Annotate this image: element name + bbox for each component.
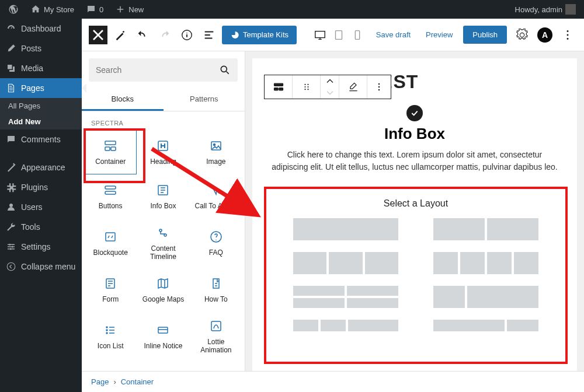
svg-point-17 bbox=[213, 144, 215, 146]
close-inserter-button[interactable] bbox=[89, 26, 107, 44]
sidebar-appearance[interactable]: Appearance bbox=[0, 158, 82, 177]
editor-canvas[interactable]: SPECTRA TEST Info Box Click here to chan… bbox=[252, 58, 577, 371]
redo-icon[interactable] bbox=[155, 26, 174, 44]
block-buttons[interactable]: Buttons bbox=[84, 174, 137, 219]
svg-rect-5 bbox=[315, 31, 325, 37]
svg-point-35 bbox=[307, 84, 308, 85]
sidebar-all-pages[interactable]: All Pages bbox=[0, 98, 82, 114]
sidebar-settings[interactable]: Settings bbox=[0, 237, 82, 257]
svg-rect-12 bbox=[105, 141, 116, 145]
svg-point-27 bbox=[106, 330, 107, 331]
svg-point-36 bbox=[304, 86, 305, 88]
svg-rect-21 bbox=[106, 233, 115, 241]
layout-option-2-1[interactable] bbox=[433, 320, 538, 331]
svg-rect-32 bbox=[274, 88, 278, 90]
site-name[interactable]: My Store bbox=[27, 4, 78, 15]
sidebar-comments[interactable]: Comments bbox=[0, 130, 82, 149]
search-input[interactable] bbox=[89, 58, 238, 82]
layout-selector: Select a Layout bbox=[264, 187, 568, 364]
sidebar-plugins[interactable]: Plugins bbox=[0, 177, 82, 197]
layout-option-1-2[interactable] bbox=[433, 286, 538, 308]
publish-button[interactable]: Publish bbox=[463, 26, 507, 44]
tab-blocks[interactable]: Blocks bbox=[82, 89, 164, 111]
block-image[interactable]: Image bbox=[190, 130, 242, 174]
block-info-box[interactable]: Info Box bbox=[137, 174, 189, 219]
layout-option-1-1-2[interactable] bbox=[293, 320, 398, 331]
new-content[interactable]: New bbox=[112, 4, 147, 15]
crumb-container[interactable]: Container bbox=[121, 377, 154, 386]
desktop-icon[interactable] bbox=[312, 26, 328, 44]
layout-option-2x2[interactable] bbox=[293, 286, 398, 308]
wp-logo[interactable] bbox=[5, 4, 22, 15]
more-icon[interactable] bbox=[558, 26, 577, 44]
info-box-block[interactable]: Info Box Click here to change this text.… bbox=[252, 105, 577, 173]
block-lottie[interactable]: Lottie Animation bbox=[190, 312, 242, 361]
block-toolbar bbox=[264, 75, 391, 99]
move-arrows[interactable] bbox=[321, 75, 339, 99]
layout-option-3col[interactable] bbox=[293, 252, 398, 274]
sidebar-collapse[interactable]: Collapse menu bbox=[0, 257, 82, 276]
outline-icon[interactable] bbox=[200, 26, 218, 44]
info-box-text[interactable]: Click here to change this text. Lorem ip… bbox=[270, 149, 559, 173]
drag-handle-icon[interactable] bbox=[293, 75, 321, 99]
sidebar-media[interactable]: Media bbox=[0, 58, 82, 78]
svg-point-26 bbox=[106, 327, 107, 328]
svg-point-40 bbox=[378, 83, 380, 85]
copy-style-icon[interactable] bbox=[339, 75, 367, 99]
sidebar-users[interactable]: Users bbox=[0, 197, 82, 217]
block-how-to[interactable]: How To bbox=[190, 268, 242, 312]
svg-rect-18 bbox=[105, 186, 116, 189]
svg-point-11 bbox=[221, 66, 227, 72]
layout-option-1col[interactable] bbox=[293, 218, 398, 240]
block-inline-notice[interactable]: Inline Notice bbox=[137, 312, 189, 361]
info-icon[interactable] bbox=[178, 26, 196, 44]
block-faq[interactable]: FAQ bbox=[190, 219, 242, 268]
preview-button[interactable]: Preview bbox=[421, 27, 457, 43]
block-icon-list[interactable]: Icon List bbox=[84, 312, 137, 361]
tablet-icon[interactable] bbox=[331, 26, 347, 44]
undo-icon[interactable] bbox=[133, 26, 152, 44]
astra-logo[interactable]: A bbox=[537, 27, 552, 43]
svg-point-0 bbox=[9, 244, 11, 246]
svg-rect-29 bbox=[158, 327, 168, 333]
tab-patterns[interactable]: Patterns bbox=[164, 89, 245, 111]
svg-point-38 bbox=[304, 89, 305, 90]
block-google-maps[interactable]: Google Maps bbox=[137, 268, 189, 312]
settings-icon[interactable] bbox=[513, 26, 531, 44]
svg-point-37 bbox=[307, 86, 308, 88]
block-form[interactable]: Form bbox=[84, 268, 137, 312]
info-box-title[interactable]: Info Box bbox=[270, 125, 559, 143]
block-cta[interactable]: Call To Action bbox=[190, 174, 242, 219]
svg-rect-19 bbox=[105, 191, 116, 194]
svg-rect-7 bbox=[355, 30, 359, 39]
block-blockquote[interactable]: Blockquote bbox=[84, 219, 137, 268]
block-content-timeline[interactable]: Content Timeline bbox=[137, 219, 189, 268]
block-container[interactable]: Container bbox=[84, 130, 137, 174]
svg-rect-33 bbox=[279, 88, 283, 90]
save-draft-button[interactable]: Save draft bbox=[371, 27, 415, 43]
svg-point-34 bbox=[304, 84, 305, 85]
editor-topbar: Template Kits Save draft Preview Publish… bbox=[82, 19, 584, 51]
svg-rect-6 bbox=[335, 30, 342, 39]
block-more-icon[interactable] bbox=[367, 75, 391, 99]
sidebar-dashboard[interactable]: Dashboard bbox=[0, 19, 82, 38]
layout-option-4col[interactable] bbox=[433, 252, 538, 274]
layout-option-2col[interactable] bbox=[433, 218, 538, 240]
crumb-page[interactable]: Page bbox=[91, 377, 109, 386]
comments-bubble[interactable]: 0 bbox=[82, 4, 107, 15]
breadcrumb: Page › Container bbox=[82, 371, 584, 392]
sidebar-posts[interactable]: Posts bbox=[0, 38, 82, 58]
sidebar-pages[interactable]: Pages bbox=[0, 78, 82, 98]
svg-point-42 bbox=[378, 89, 380, 91]
search-icon bbox=[219, 64, 231, 76]
howdy-user[interactable]: Howdy, admin bbox=[512, 4, 579, 15]
sidebar-tools[interactable]: Tools bbox=[0, 217, 82, 237]
block-heading[interactable]: Heading bbox=[137, 130, 189, 174]
mobile-icon[interactable] bbox=[349, 26, 366, 44]
edit-icon[interactable] bbox=[111, 26, 130, 44]
sidebar-add-new[interactable]: Add New bbox=[0, 114, 82, 130]
template-kits-button[interactable]: Template Kits bbox=[222, 26, 297, 44]
admin-sidebar: Dashboard Posts Media Pages All Pages Ad… bbox=[0, 19, 82, 392]
layout-title: Select a Layout bbox=[290, 198, 542, 209]
block-type-icon[interactable] bbox=[265, 75, 293, 99]
